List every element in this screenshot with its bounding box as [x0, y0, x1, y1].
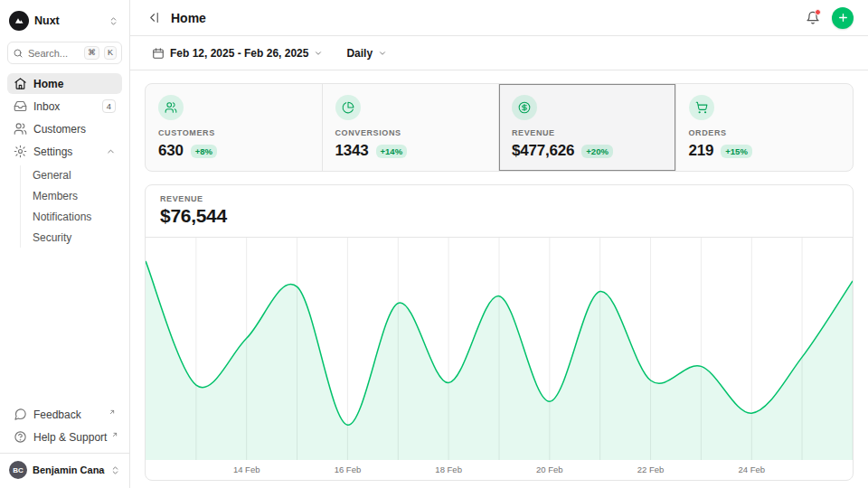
stat-value: 219: [689, 142, 714, 160]
sidebar-footer-nav: Feedback Help & Support: [7, 404, 122, 447]
stat-delta-badge: +8%: [191, 145, 217, 158]
external-link-icon: [108, 406, 116, 418]
sidebar-item-customers[interactable]: Customers: [7, 118, 122, 139]
sidebar-item-label: Customers: [33, 123, 116, 136]
sidebar-nav: Home Inbox 4 Customers Settings General: [7, 73, 122, 249]
collapse-sidebar-button[interactable]: [145, 8, 164, 27]
stat-label: ORDERS: [689, 128, 841, 137]
x-axis: 14 Feb16 Feb18 Feb20 Feb22 Feb24 Feb: [146, 460, 853, 480]
search-placeholder: Search...: [28, 48, 80, 59]
page-title: Home: [171, 11, 206, 25]
date-range-picker[interactable]: Feb 12, 2025 - Feb 26, 2025: [145, 42, 330, 64]
stat-value: 1343: [335, 142, 369, 160]
stat-card-conversions[interactable]: CONVERSIONS 1343 +14%: [323, 84, 500, 171]
sidebar-item-security[interactable]: Security: [25, 228, 122, 248]
header-actions: [803, 7, 854, 29]
plus-icon: [837, 12, 849, 23]
inbox-icon: [14, 99, 27, 113]
calendar-icon: [152, 47, 165, 60]
inbox-count-badge: 4: [102, 99, 116, 113]
circle-dollar-icon: [512, 95, 537, 120]
message-bubble-icon: [14, 408, 27, 421]
kbd-cmd: ⌘: [84, 46, 99, 60]
dashboard-content: CUSTOMERS 630 +8% CONVERSIONS 1343 +14%: [130, 70, 868, 488]
chevron-down-icon: [378, 49, 387, 58]
chevron-down-icon: [314, 49, 323, 58]
x-axis-tick-label: 18 Feb: [435, 465, 462, 474]
chart-metric-label: REVENUE: [160, 194, 838, 203]
sidebar-item-label: Home: [33, 78, 116, 90]
search-icon: [13, 48, 24, 59]
stat-card-orders[interactable]: ORDERS 219 +15%: [676, 84, 854, 171]
x-axis-tick-label: 24 Feb: [738, 465, 765, 474]
workspace-switcher[interactable]: Nuxt: [7, 7, 122, 34]
avatar: BC: [9, 461, 27, 479]
chart-plot-area[interactable]: [146, 238, 853, 460]
external-link-icon: [111, 428, 118, 441]
top-header: Home: [130, 0, 868, 36]
chevrons-up-down-icon: [110, 465, 120, 475]
users-icon: [158, 95, 184, 120]
period-label: Daily: [346, 47, 373, 60]
settings-submenu: General Members Notifications Security: [20, 165, 122, 248]
stat-card-customers[interactable]: CUSTOMERS 630 +8%: [146, 84, 323, 171]
sidebar-item-settings[interactable]: Settings: [7, 141, 122, 162]
revenue-area-chart: [146, 238, 853, 460]
stat-label: CONVERSIONS: [335, 128, 486, 137]
search-input[interactable]: Search... ⌘ K: [7, 42, 122, 64]
period-select[interactable]: Daily: [339, 42, 394, 64]
stat-value: $477,626: [512, 142, 574, 160]
workspace-name: Nuxt: [34, 14, 103, 27]
chevrons-up-down-icon: [108, 16, 118, 26]
sidebar-item-members[interactable]: Members: [25, 186, 122, 206]
x-axis-tick-label: 14 Feb: [233, 465, 260, 474]
filter-toolbar: Feb 12, 2025 - Feb 26, 2025 Daily: [130, 36, 868, 70]
sidebar-item-home[interactable]: Home: [7, 73, 122, 94]
shopping-cart-icon: [689, 95, 714, 120]
notification-dot: [815, 9, 821, 15]
stat-delta-badge: +20%: [581, 145, 613, 158]
stat-card-revenue[interactable]: REVENUE $477,626 +20%: [499, 84, 676, 171]
pie-chart-icon: [335, 95, 361, 120]
panel-collapse-icon: [147, 11, 161, 24]
stat-label: CUSTOMERS: [158, 128, 309, 137]
chevron-up-icon: [106, 146, 116, 156]
x-axis-tick-label: 20 Feb: [536, 465, 563, 474]
gear-icon: [14, 145, 27, 158]
stat-value: 630: [158, 142, 184, 160]
users-icon: [14, 122, 27, 136]
stats-row: CUSTOMERS 630 +8% CONVERSIONS 1343 +14%: [145, 83, 854, 172]
stat-delta-badge: +15%: [721, 145, 752, 158]
kbd-k: K: [104, 46, 117, 60]
sidebar-item-notifications[interactable]: Notifications: [25, 207, 122, 227]
chart-header: REVENUE $76,544: [146, 185, 853, 238]
x-axis-tick-label: 22 Feb: [637, 465, 665, 474]
sidebar-item-label: Feedback: [33, 408, 104, 421]
sidebar-item-general[interactable]: General: [25, 165, 122, 185]
help-circle-icon: [14, 430, 27, 444]
sidebar-item-feedback[interactable]: Feedback: [7, 404, 122, 425]
stat-delta-badge: +14%: [376, 145, 408, 158]
sidebar-item-help-support[interactable]: Help & Support: [7, 427, 122, 447]
user-name: Benjamin Canac: [33, 465, 105, 475]
sidebar-spacer: [7, 249, 122, 404]
sidebar: Nuxt Search... ⌘ K Home Inbox 4: [0, 0, 130, 488]
chart-metric-value: $76,544: [160, 205, 838, 227]
sidebar-item-label: Inbox: [33, 100, 96, 113]
new-item-button[interactable]: [832, 7, 854, 29]
date-range-label: Feb 12, 2025 - Feb 26, 2025: [170, 47, 308, 60]
app-window: Nuxt Search... ⌘ K Home Inbox 4: [0, 0, 868, 488]
user-menu[interactable]: BC Benjamin Canac: [0, 453, 129, 481]
notifications-button[interactable]: [803, 8, 823, 28]
sidebar-item-inbox[interactable]: Inbox 4: [7, 96, 122, 117]
home-icon: [14, 77, 27, 90]
revenue-chart-card: REVENUE $76,544 14 Feb16 Feb18 Feb20 Feb…: [145, 184, 854, 481]
nuxt-logo-icon: [9, 11, 29, 31]
sidebar-item-label: Help & Support: [33, 431, 107, 444]
main-panel: Home Feb 12, 2025 - Feb 26, 2025 Daily: [130, 0, 868, 488]
stat-label: REVENUE: [512, 128, 663, 137]
x-axis-tick-label: 16 Feb: [335, 465, 362, 474]
sidebar-item-label: Settings: [33, 145, 99, 158]
